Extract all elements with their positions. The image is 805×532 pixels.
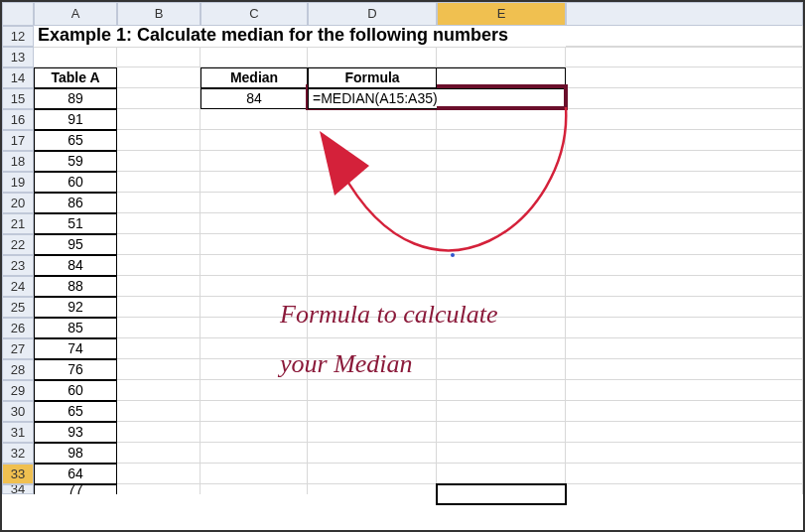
row-header-12[interactable]: 12: [2, 26, 34, 47]
table-a-cell[interactable]: 77: [34, 484, 117, 494]
table-a-cell[interactable]: 91: [34, 109, 117, 130]
corner-header[interactable]: [2, 2, 34, 26]
col-header-c[interactable]: C: [201, 2, 308, 26]
row-header-28[interactable]: 28: [2, 359, 34, 380]
table-a-cell[interactable]: 64: [34, 464, 117, 484]
table-a-cell[interactable]: 84: [34, 255, 117, 276]
table-a-cell[interactable]: 59: [34, 151, 117, 172]
col-header-e[interactable]: E: [437, 2, 566, 26]
table-a-cell[interactable]: 60: [34, 380, 117, 401]
row-header-16[interactable]: 16: [2, 109, 34, 130]
row-header-29[interactable]: 29: [2, 380, 34, 401]
row-header-18[interactable]: 18: [2, 151, 34, 172]
title-cell[interactable]: Example 1: Calculate median for the foll…: [34, 26, 117, 47]
row-header-34[interactable]: 34: [2, 484, 34, 494]
row-header-32[interactable]: 32: [2, 443, 34, 464]
row-header-25[interactable]: 25: [2, 297, 34, 318]
table-a-cell[interactable]: 89: [34, 88, 117, 109]
row-header-17[interactable]: 17: [2, 130, 34, 151]
row-header-23[interactable]: 23: [2, 255, 34, 276]
col-header-a[interactable]: A: [34, 2, 117, 26]
row-header-33[interactable]: 33: [2, 464, 34, 484]
col-header-d[interactable]: D: [308, 2, 437, 26]
row-header-13[interactable]: 13: [2, 47, 34, 67]
table-a-cell[interactable]: 65: [34, 130, 117, 151]
row-header-27[interactable]: 27: [2, 338, 34, 359]
table-a-header[interactable]: Table A: [34, 67, 117, 88]
formula-cell[interactable]: =MEDIAN(A15:A35): [308, 88, 437, 109]
table-a-cell[interactable]: 98: [34, 443, 117, 464]
row-header-15[interactable]: 15: [2, 88, 34, 109]
row-header-31[interactable]: 31: [2, 422, 34, 443]
table-a-cell[interactable]: 95: [34, 234, 117, 255]
col-header-rest: [566, 2, 803, 26]
table-a-cell[interactable]: 93: [34, 422, 117, 443]
row-header-19[interactable]: 19: [2, 172, 34, 193]
row-header-24[interactable]: 24: [2, 276, 34, 297]
table-a-cell[interactable]: 85: [34, 318, 117, 338]
row-header-22[interactable]: 22: [2, 234, 34, 255]
row-header-14[interactable]: 14: [2, 67, 34, 88]
row-header-21[interactable]: 21: [2, 213, 34, 234]
cursor-dot: [451, 253, 455, 257]
table-a-cell[interactable]: 51: [34, 213, 117, 234]
table-a-cell[interactable]: 76: [34, 359, 117, 380]
table-a-cell[interactable]: 74: [34, 338, 117, 359]
median-header[interactable]: Median: [201, 67, 308, 88]
table-a-cell[interactable]: 86: [34, 193, 117, 213]
col-header-b[interactable]: B: [117, 2, 201, 26]
table-a-cell[interactable]: 65: [34, 401, 117, 422]
row-header-26[interactable]: 26: [2, 318, 34, 338]
table-a-cell[interactable]: 92: [34, 297, 117, 318]
formula-header[interactable]: Formula: [308, 67, 437, 88]
table-a-cell[interactable]: 60: [34, 172, 117, 193]
spreadsheet-grid: A B C D E 12 Example 1: Calculate median…: [2, 2, 803, 494]
median-value[interactable]: 84: [201, 88, 308, 109]
table-a-cell[interactable]: 88: [34, 276, 117, 297]
row-header-20[interactable]: 20: [2, 193, 34, 213]
row-header-30[interactable]: 30: [2, 401, 34, 422]
